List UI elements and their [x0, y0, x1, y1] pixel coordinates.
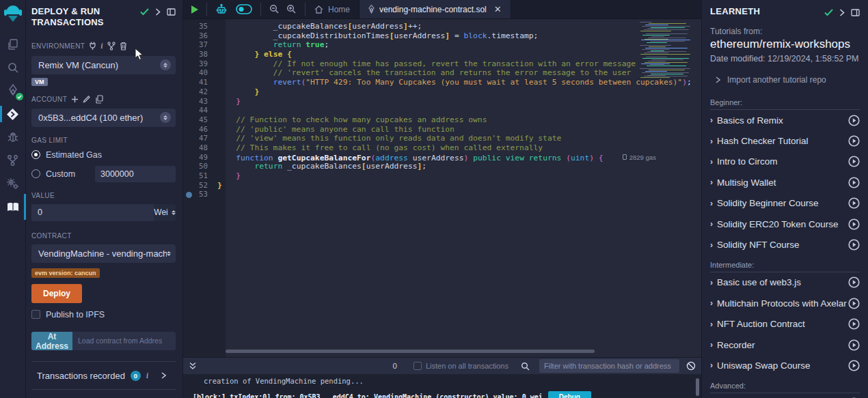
- tutorial-expand-chevron[interactable]: ›: [710, 298, 713, 308]
- clear-terminal-ban-icon[interactable]: [686, 361, 696, 371]
- value-unit-select[interactable]: Wei: [154, 204, 176, 221]
- editor-minimap[interactable]: [634, 20, 692, 79]
- copy-account-icon[interactable]: [95, 95, 103, 104]
- environment-info-icon[interactable]: i: [100, 41, 103, 51]
- close-tab-icon[interactable]: ✕: [494, 4, 502, 14]
- environment-select[interactable]: Remix VM (Cancun): [31, 56, 176, 74]
- tutorial-expand-chevron[interactable]: ›: [710, 340, 713, 350]
- sidebar-item-search[interactable]: [0, 56, 26, 79]
- tutorial-play-button[interactable]: [848, 360, 860, 371]
- at-address-input[interactable]: [72, 332, 176, 350]
- line-number[interactable]: 42: [194, 87, 217, 97]
- line-number[interactable]: 39: [194, 59, 217, 69]
- zoom-out-icon[interactable]: [269, 4, 280, 14]
- delete-state-trash-icon[interactable]: [120, 42, 127, 51]
- tutorial-item-solidity-beginner-course[interactable]: ›Solidity Beginner Course: [710, 193, 860, 214]
- tutorial-expand-chevron[interactable]: ›: [710, 137, 713, 146]
- tutorial-play-button[interactable]: [848, 135, 860, 147]
- transactions-recorded-row[interactable]: Transactions recorded 0 i: [31, 361, 176, 389]
- editor-horizontal-scrollbar[interactable]: [226, 350, 595, 353]
- line-number[interactable]: 35: [194, 22, 217, 31]
- zoom-in-icon[interactable]: [286, 4, 297, 14]
- tab-vending-machine-contract[interactable]: vending-machine-contract.sol ✕: [359, 0, 511, 18]
- sidebar-item-git[interactable]: [0, 149, 26, 172]
- line-number[interactable]: 48: [194, 143, 217, 153]
- remix-logo[interactable]: [3, 4, 23, 25]
- account-select[interactable]: 0x5B3...eddC4 (100 ether): [31, 109, 176, 127]
- line-number[interactable]: 50: [194, 162, 217, 171]
- tab-home[interactable]: Home: [306, 0, 359, 18]
- tutorial-expand-chevron[interactable]: ›: [710, 278, 713, 287]
- debug-button[interactable]: Debug: [548, 391, 591, 398]
- focus-chevron-icon[interactable]: [155, 8, 161, 16]
- sign-message-pencil-icon[interactable]: [83, 95, 91, 103]
- sidebar-item-learneth[interactable]: [0, 195, 26, 218]
- pin-panel-icon[interactable]: [851, 9, 860, 16]
- terminal-filter-input[interactable]: [539, 359, 679, 373]
- custom-gas-radio[interactable]: [31, 169, 40, 178]
- sidebar-item-solidity-compiler[interactable]: [0, 79, 26, 102]
- line-number[interactable]: 51: [194, 171, 217, 181]
- listen-all-transactions-checkbox[interactable]: [413, 362, 422, 370]
- publish-ipfs-checkbox[interactable]: [31, 310, 40, 319]
- tutorial-item-solidity-nft-course[interactable]: ›Solidity NFT Course: [710, 234, 860, 255]
- tutorial-item-multisig-wallet[interactable]: ›Multisig Wallet: [710, 172, 860, 193]
- terminal-expand-chevrons-icon[interactable]: [189, 362, 197, 370]
- tutorial-play-button[interactable]: [848, 197, 860, 209]
- tutorial-play-button[interactable]: [848, 218, 860, 230]
- pin-panel-icon[interactable]: [167, 8, 176, 16]
- tutorial-item-all-about-proxy-contracts[interactable]: ›All about Proxy Contracts: [710, 393, 860, 398]
- add-account-plus-icon[interactable]: [71, 96, 79, 103]
- tutorial-item-multichain-protocols-with-axelar[interactable]: ›Multichain Protocols with Axelar: [710, 293, 860, 313]
- value-input[interactable]: [31, 204, 154, 221]
- tutorial-play-button[interactable]: [848, 318, 860, 330]
- tutorial-expand-chevron[interactable]: ›: [710, 240, 713, 250]
- tutorial-expand-chevron[interactable]: ›: [710, 157, 713, 167]
- transactions-expand-chevron[interactable]: [161, 372, 166, 379]
- line-number[interactable]: 41: [194, 78, 217, 87]
- fork-state-icon[interactable]: [107, 42, 116, 51]
- tutorial-play-button[interactable]: [848, 177, 860, 188]
- at-address-button[interactable]: At Address: [31, 332, 72, 350]
- import-tutorial-repo-row[interactable]: Import another tutorial repo: [710, 75, 860, 85]
- ai-copilot-robot-icon[interactable]: [215, 3, 228, 16]
- sidebar-item-settings[interactable]: [0, 172, 26, 195]
- tutorial-item-nft-auction-contract[interactable]: ›NFT Auction Contract: [710, 314, 860, 335]
- deployed-contracts-row[interactable]: Deployed Contracts 0: [31, 389, 176, 398]
- sidebar-item-debugger[interactable]: [0, 126, 26, 149]
- line-number[interactable]: 37: [194, 40, 217, 50]
- tutorial-expand-chevron[interactable]: ›: [710, 219, 713, 229]
- tutorial-play-button[interactable]: [848, 156, 860, 167]
- tutorial-play-button[interactable]: [848, 276, 860, 288]
- tutorial-play-button[interactable]: [848, 115, 860, 126]
- tutorial-play-button[interactable]: [848, 298, 860, 309]
- deploy-button[interactable]: Deploy: [31, 284, 82, 303]
- line-number[interactable]: 47: [194, 134, 217, 143]
- breakpoint-dot[interactable]: [186, 192, 192, 198]
- line-number[interactable]: 52: [194, 181, 217, 190]
- contract-select[interactable]: VendingMachine - vending-machin: [31, 244, 176, 263]
- tutorial-expand-chevron[interactable]: ›: [710, 360, 713, 370]
- code-editor[interactable]: 35 _cupcakeBalances[userAddress]++;36 _c…: [183, 19, 701, 357]
- line-number[interactable]: 40: [194, 68, 217, 78]
- line-number[interactable]: 49: [194, 153, 217, 162]
- line-number[interactable]: 45: [194, 115, 217, 125]
- custom-gas-input[interactable]: [95, 166, 176, 182]
- tutorial-expand-chevron[interactable]: ›: [710, 177, 713, 187]
- line-number[interactable]: 53: [194, 190, 217, 199]
- tutorial-item-intro-to-circom[interactable]: ›Intro to Circom: [710, 152, 860, 172]
- run-script-play-icon[interactable]: [191, 5, 198, 14]
- sidebar-item-file-explorer[interactable]: [0, 33, 26, 56]
- terminal-vertical-scrollbar[interactable]: [696, 378, 699, 396]
- line-number[interactable]: 43: [194, 97, 217, 106]
- line-number[interactable]: 44: [194, 106, 217, 115]
- tutorial-play-button[interactable]: [848, 239, 860, 251]
- tutorial-expand-chevron[interactable]: ›: [710, 115, 713, 125]
- estimated-gas-radio[interactable]: [31, 150, 40, 159]
- tutorial-item-recorder[interactable]: ›Recorder: [710, 335, 860, 355]
- focus-chevron-icon[interactable]: [839, 9, 845, 16]
- line-number[interactable]: 38: [194, 50, 217, 59]
- sidebar-item-deploy-run[interactable]: [0, 102, 26, 126]
- tutorial-play-button[interactable]: [848, 339, 860, 351]
- terminal-output[interactable]: creation of VendingMachine pending... [b…: [183, 374, 701, 398]
